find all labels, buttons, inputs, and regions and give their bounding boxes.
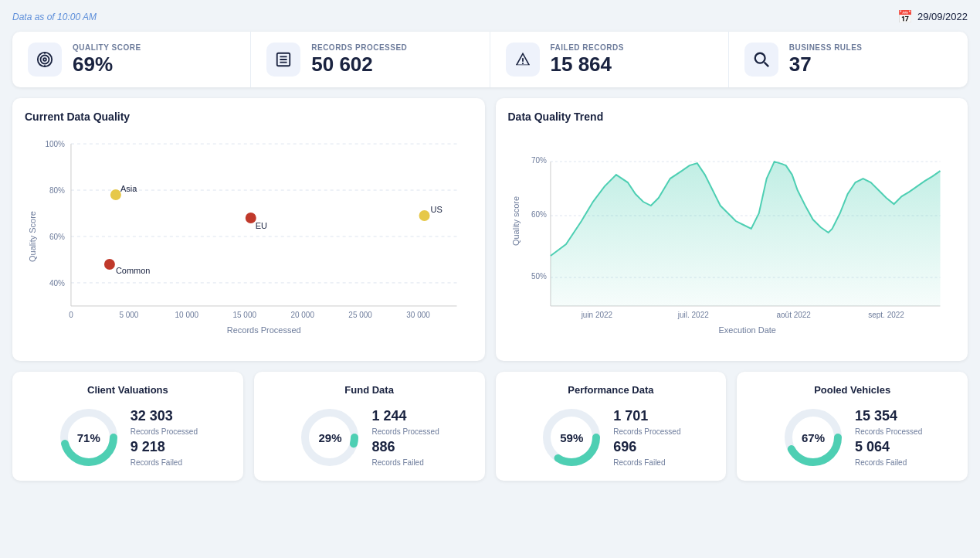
card-pooled-vehicles: Pooled Vehicles 67% 15 354 Records Proce… — [737, 372, 968, 481]
svg-text:5 000: 5 000 — [119, 311, 138, 319]
kpi-records-info: RECORDS PROCESSED 50 602 — [311, 43, 407, 76]
svg-text:80%: 80% — [49, 186, 65, 195]
kpi-records-value: 50 602 — [311, 53, 407, 76]
client-records-processed-value: 32 303 — [131, 408, 198, 424]
card-fund-content: 29% 1 244 Records Processed 886 Records … — [265, 407, 474, 468]
card-client-content: 71% 32 303 Records Processed 9 218 Recor… — [23, 407, 232, 468]
svg-text:20 000: 20 000 — [290, 311, 314, 319]
donut-fund-label: 29% — [318, 431, 341, 444]
client-stats: 32 303 Records Processed 9 218 Records F… — [131, 408, 198, 467]
client-records-failed-value: 9 218 — [131, 439, 198, 455]
svg-point-1 — [41, 56, 49, 64]
donut-fund: 29% — [299, 407, 361, 468]
donut-performance: 59% — [541, 407, 602, 468]
card-performance-data: Performance Data 59% 1 701 Records Proce… — [496, 372, 727, 481]
performance-records-failed-value: 696 — [613, 439, 680, 455]
fund-records-failed-label: Records Failed — [371, 458, 439, 467]
client-records-processed-label: Records Processed — [131, 427, 198, 436]
card-fund-data: Fund Data 29% 1 244 Records Processed 88… — [254, 372, 485, 481]
performance-records-processed-value: 1 701 — [613, 408, 680, 424]
svg-text:100%: 100% — [45, 140, 65, 148]
top-bar: Data as of 10:00 AM 📅 29/09/2022 — [12, 9, 968, 24]
svg-text:0: 0 — [69, 311, 73, 319]
svg-text:juil. 2022: juil. 2022 — [677, 311, 708, 319]
performance-records-failed-label: Records Failed — [613, 458, 680, 467]
svg-text:Quality Score: Quality Score — [28, 211, 37, 262]
list-icon — [266, 43, 300, 77]
kpi-failed-records[interactable]: FAILED RECORDS 15 864 — [490, 32, 729, 87]
pooled-records-processed-label: Records Processed — [855, 427, 922, 436]
fund-records-failed-value: 886 — [371, 439, 439, 455]
scatter-svg: 100% 80% 60% 40% 0 5 000 10 000 15 000 2… — [25, 132, 473, 349]
kpi-quality-value: 69% — [73, 53, 141, 76]
trend-chart-card: Data Quality Trend 70% 60% 50% Quality s… — [496, 98, 968, 361]
charts-row: Current Data Quality 100% 80% 60% 40% — [12, 98, 968, 361]
card-pooled-content: 67% 15 354 Records Processed 5 064 Recor… — [748, 407, 957, 468]
kpi-failed-info: FAILED RECORDS 15 864 — [551, 43, 624, 76]
data-as-of-label: Data as of 10:00 AM — [12, 12, 97, 22]
svg-text:30 000: 30 000 — [406, 311, 430, 319]
kpi-records-processed[interactable]: RECORDS PROCESSED 50 602 — [251, 32, 490, 87]
donut-client-label: 71% — [77, 431, 100, 444]
pooled-records-failed-value: 5 064 — [855, 439, 922, 455]
pooled-records-processed-value: 15 354 — [855, 408, 922, 424]
scatter-label-us: US — [431, 205, 443, 214]
pooled-records-failed-label: Records Failed — [855, 458, 922, 467]
card-performance-title: Performance Data — [568, 384, 653, 396]
card-pooled-title: Pooled Vehicles — [814, 384, 890, 396]
donut-client: 71% — [58, 407, 120, 468]
svg-text:Execution Date: Execution Date — [718, 325, 776, 335]
kpi-business-rules[interactable]: BUSINESS RULES 37 — [729, 32, 968, 87]
target-icon — [28, 43, 62, 77]
svg-text:60%: 60% — [531, 210, 546, 219]
scatter-chart-card: Current Data Quality 100% 80% 60% 40% — [12, 98, 485, 361]
svg-text:40%: 40% — [49, 279, 65, 288]
svg-text:25 000: 25 000 — [348, 311, 372, 319]
svg-text:50%: 50% — [531, 272, 546, 281]
scatter-chart-title: Current Data Quality — [25, 111, 473, 123]
kpi-failed-value: 15 864 — [551, 53, 624, 76]
svg-text:15 000: 15 000 — [232, 311, 256, 319]
kpi-quality-info: QUALITY SCORE 69% — [73, 43, 141, 76]
card-client-valuations: Client Valuations 71% 32 303 Records Pro… — [12, 372, 243, 481]
trend-svg: 70% 60% 50% Quality score Execution Date… — [508, 132, 956, 349]
pooled-stats: 15 354 Records Processed 5 064 Records F… — [855, 408, 922, 467]
svg-text:août 2022: août 2022 — [776, 311, 811, 319]
svg-line-12 — [764, 63, 768, 67]
svg-text:sept. 2022: sept. 2022 — [868, 311, 904, 319]
scatter-point-asia — [110, 189, 121, 200]
scatter-label-asia: Asia — [120, 184, 137, 193]
kpi-business-label: BUSINESS RULES — [789, 43, 863, 52]
trend-area — [550, 162, 940, 306]
card-fund-title: Fund Data — [344, 384, 394, 396]
scatter-point-common — [104, 259, 115, 270]
svg-rect-10 — [522, 63, 524, 64]
trend-chart-container: 70% 60% 50% Quality score Execution Date… — [508, 132, 956, 349]
svg-text:juin 2022: juin 2022 — [580, 311, 612, 319]
card-client-title: Client Valuations — [87, 384, 168, 396]
fund-records-processed-value: 1 244 — [371, 408, 439, 424]
date-value: 29/09/2022 — [917, 11, 968, 22]
scatter-point-us — [419, 210, 430, 221]
date-display: 📅 29/09/2022 — [897, 9, 968, 24]
svg-text:Quality score: Quality score — [510, 196, 520, 246]
kpi-business-info: BUSINESS RULES 37 — [789, 43, 863, 76]
donut-pooled-label: 67% — [802, 431, 825, 444]
kpi-failed-label: FAILED RECORDS — [551, 43, 624, 52]
kpi-quality-score[interactable]: QUALITY SCORE 69% — [12, 32, 251, 87]
kpi-business-value: 37 — [789, 53, 863, 76]
client-records-failed-label: Records Failed — [131, 458, 198, 467]
svg-text:10 000: 10 000 — [175, 311, 199, 319]
card-performance-content: 59% 1 701 Records Processed 696 Records … — [507, 407, 716, 468]
performance-stats: 1 701 Records Processed 696 Records Fail… — [613, 408, 680, 467]
kpi-records-label: RECORDS PROCESSED — [311, 43, 407, 52]
donut-pooled: 67% — [782, 407, 844, 468]
svg-point-11 — [755, 53, 765, 63]
kpi-quality-label: QUALITY SCORE — [73, 43, 141, 52]
search-icon — [744, 43, 778, 77]
performance-records-processed-label: Records Processed — [613, 427, 680, 436]
fund-stats: 1 244 Records Processed 886 Records Fail… — [371, 408, 439, 467]
svg-text:60%: 60% — [49, 233, 65, 241]
svg-point-2 — [43, 58, 46, 61]
scatter-chart-container: 100% 80% 60% 40% 0 5 000 10 000 15 000 2… — [25, 132, 473, 349]
